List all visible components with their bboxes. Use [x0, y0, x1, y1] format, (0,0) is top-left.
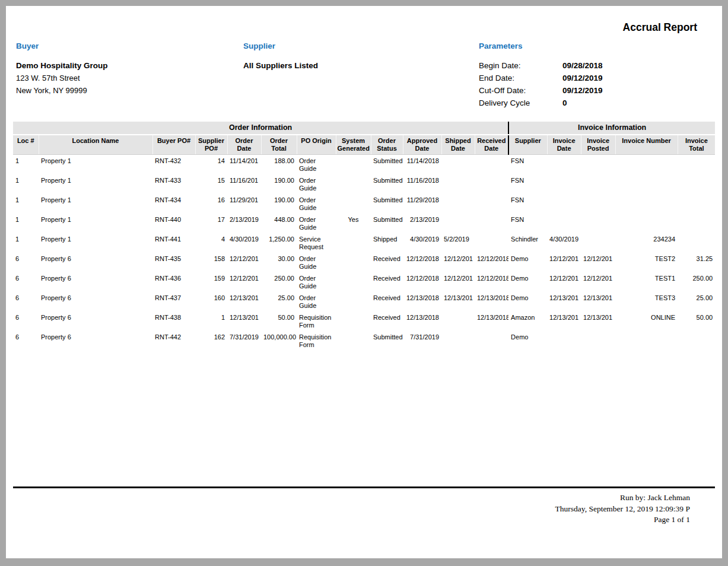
cell-buyer_po: RNT-440 — [152, 214, 195, 233]
table-group-header-row: Order InformationInvoice Information — [13, 122, 715, 135]
cell-invoice_posted: 12/12/201 — [581, 272, 615, 292]
column-header-invoice_number: Invoice Number — [615, 135, 678, 155]
table-row: 6Property 6RNT-43716012/13/20125.00Order… — [13, 292, 715, 311]
footer-page-number: Page 1 of 1 — [6, 514, 690, 526]
cell-invoice_date: 12/13/201 — [547, 311, 581, 331]
cell-supplier_po: 159 — [195, 272, 227, 292]
cell-buyer_po: RNT-432 — [152, 155, 195, 175]
cell-po_origin: Order Guide — [297, 155, 336, 175]
cell-loc: 6 — [13, 272, 39, 292]
cell-order_date: 12/12/201 — [227, 272, 261, 292]
table-row: 1Property 1RNT-44144/30/20191,250.00Serv… — [13, 233, 715, 253]
cell-po_origin: Order Guide — [297, 292, 336, 311]
cell-invoice_date: 12/12/201 — [547, 272, 581, 292]
cell-buyer_po: RNT-438 — [152, 311, 195, 331]
cell-po_origin: Order Guide — [297, 272, 336, 292]
column-header-buyer_po: Buyer PO# — [152, 135, 195, 155]
cell-shipped_date — [441, 155, 475, 175]
cell-order_date: 7/31/2019 — [227, 331, 261, 351]
cell-system_generated — [336, 233, 371, 253]
cell-supplier: Schindler — [508, 233, 547, 253]
cell-invoice_total — [678, 214, 715, 233]
cell-supplier: FSN — [508, 174, 547, 194]
cell-po_origin: Order Guide — [297, 253, 336, 272]
cell-po_origin: Order Guide — [297, 174, 336, 194]
cell-buyer_po: RNT-441 — [152, 233, 195, 253]
cell-order_total: 448.00 — [261, 214, 297, 233]
cell-buyer_po: RNT-434 — [152, 194, 195, 214]
cell-supplier: FSN — [508, 155, 547, 175]
supplier-section: Supplier All Suppliers Listed — [243, 42, 318, 72]
cell-loc: 6 — [13, 292, 39, 311]
cell-system_generated — [336, 194, 371, 214]
cell-location_name: Property 1 — [39, 155, 152, 175]
column-header-supplier_po: Supplier PO# — [195, 135, 227, 155]
footer-run-by: Run by: Jack Lehman — [6, 492, 690, 504]
cell-shipped_date: 12/13/201 — [441, 292, 475, 311]
cell-invoice_total — [678, 174, 715, 194]
cell-location_name: Property 6 — [39, 272, 152, 292]
cell-loc: 6 — [13, 311, 39, 331]
cell-buyer_po: RNT-435 — [152, 253, 195, 272]
cell-approved_date: 11/16/2018 — [403, 174, 441, 194]
cell-received_date — [475, 233, 508, 253]
parameter-value: 0 — [562, 98, 567, 107]
cell-loc: 1 — [13, 214, 39, 233]
cell-location_name: Property 6 — [39, 311, 152, 331]
cell-approved_date: 11/29/2018 — [403, 194, 441, 214]
cell-buyer_po: RNT-437 — [152, 292, 195, 311]
column-header-invoice_posted: Invoice Posted — [581, 135, 615, 155]
column-header-po_origin: PO Origin — [297, 135, 336, 155]
cell-invoice_posted: 12/13/201 — [581, 311, 615, 331]
cell-order_total: 188.00 — [261, 155, 297, 175]
column-header-loc: Loc # — [13, 135, 39, 155]
cell-supplier: Amazon — [508, 311, 547, 331]
buyer-address-line1: 123 W. 57th Street — [16, 72, 108, 84]
cell-approved_date: 12/13/2018 — [403, 311, 441, 331]
cell-po_origin: Service Request — [297, 233, 336, 253]
table-row: 6Property 6RNT-43515812/12/20130.00Order… — [13, 253, 715, 272]
column-header-received_date: Received Date — [475, 135, 508, 155]
table-row: 1Property 1RNT-440172/13/2019448.00Order… — [13, 214, 715, 233]
cell-order_date: 11/14/201 — [227, 155, 261, 175]
supplier-value: All Suppliers Listed — [243, 59, 318, 72]
report-page: Accrual Report Buyer Demo Hospitality Gr… — [6, 6, 722, 558]
cell-supplier_po: 1 — [195, 311, 227, 331]
cell-buyer_po: RNT-436 — [152, 272, 195, 292]
cell-location_name: Property 6 — [39, 253, 152, 272]
cell-received_date: 12/12/2018 — [475, 253, 508, 272]
parameter-label: Delivery Cycle — [479, 97, 562, 109]
buyer-section-label: Buyer — [16, 42, 108, 50]
cell-system_generated — [336, 311, 371, 331]
cell-order_status: Submitted — [371, 155, 403, 175]
parameter-row: Cut-Off Date:09/12/2019 — [479, 84, 603, 97]
column-header-shipped_date: Shipped Date — [441, 135, 475, 155]
cell-invoice_posted: 12/13/201 — [581, 292, 615, 311]
cell-location_name: Property 6 — [39, 292, 152, 311]
cell-supplier: Demo — [508, 253, 547, 272]
cell-shipped_date: 12/12/201 — [441, 272, 475, 292]
cell-order_date: 11/29/201 — [227, 194, 261, 214]
cell-loc: 6 — [13, 253, 39, 272]
supplier-section-label: Supplier — [243, 42, 318, 50]
cell-invoice_date — [547, 331, 581, 351]
column-header-invoice_date: Invoice Date — [547, 135, 581, 155]
cell-buyer_po: RNT-433 — [152, 174, 195, 194]
cell-system_generated — [336, 174, 371, 194]
cell-system_generated — [336, 253, 371, 272]
column-header-supplier: Supplier — [508, 135, 547, 155]
cell-received_date — [475, 194, 508, 214]
cell-shipped_date — [441, 331, 475, 351]
cell-order_status: Submitted — [371, 194, 403, 214]
cell-approved_date: 4/30/2019 — [403, 233, 441, 253]
cell-approved_date: 12/12/2018 — [403, 272, 441, 292]
cell-order_total: 25.00 — [261, 292, 297, 311]
cell-po_origin: Order Guide — [297, 214, 336, 233]
cell-supplier_po: 17 — [195, 214, 227, 233]
cell-invoice_posted — [581, 174, 615, 194]
table-row: 1Property 1RNT-4341611/29/201190.00Order… — [13, 194, 715, 214]
cell-supplier: FSN — [508, 214, 547, 233]
buyer-name: Demo Hospitality Group — [16, 59, 108, 72]
cell-order_status: Submitted — [371, 214, 403, 233]
cell-invoice_date — [547, 194, 581, 214]
